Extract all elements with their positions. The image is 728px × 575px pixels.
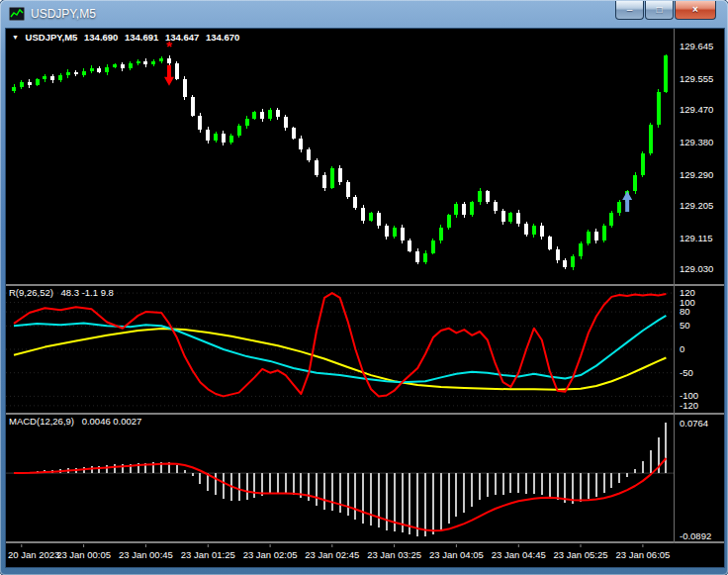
svg-text:-0.0892: -0.0892 xyxy=(680,530,711,541)
svg-text:-120: -120 xyxy=(680,400,698,411)
svg-text:23 Jan 03:25: 23 Jan 03:25 xyxy=(367,549,421,560)
svg-text:129.380: 129.380 xyxy=(680,137,713,147)
maximize-button[interactable]: □ xyxy=(645,1,674,20)
chart-background xyxy=(6,29,724,567)
chart-area: 129.645129.555129.470129.380129.290129.2… xyxy=(5,28,725,568)
svg-text:23 Jan 05:25: 23 Jan 05:25 xyxy=(554,549,608,560)
svg-text:23 Jan 04:05: 23 Jan 04:05 xyxy=(429,549,484,560)
svg-text:23 Jan 06:05: 23 Jan 06:05 xyxy=(615,549,670,560)
svg-text:50: 50 xyxy=(680,320,690,331)
sell-star-icon: * xyxy=(166,38,172,54)
panel-divider[interactable] xyxy=(6,413,724,415)
chart-canvas[interactable]: 129.645129.555129.470129.380129.290129.2… xyxy=(6,29,724,567)
svg-text:23 Jan 02:05: 23 Jan 02:05 xyxy=(243,549,298,560)
svg-text:23 Jan 04:45: 23 Jan 04:45 xyxy=(492,549,546,560)
svg-text:-50: -50 xyxy=(680,367,693,378)
window-title: USDJPY,M5 xyxy=(31,7,96,21)
svg-text:23 Jan 02:45: 23 Jan 02:45 xyxy=(305,549,359,560)
svg-text:129.290: 129.290 xyxy=(680,169,713,180)
svg-text:129.470: 129.470 xyxy=(680,104,713,115)
maximize-icon: □ xyxy=(656,5,662,15)
svg-text:23 Jan 00:45: 23 Jan 00:45 xyxy=(119,549,173,560)
svg-text:20 Jan 2023: 20 Jan 2023 xyxy=(8,549,59,560)
minimize-icon: – xyxy=(627,5,633,15)
svg-text:80: 80 xyxy=(680,306,690,317)
title-bar[interactable]: USDJPY,M5 – □ × xyxy=(0,0,728,28)
svg-text:129.205: 129.205 xyxy=(680,200,713,211)
minimize-button[interactable]: – xyxy=(615,1,644,20)
svg-text:23 Jan 01:25: 23 Jan 01:25 xyxy=(181,549,235,560)
svg-text:129.645: 129.645 xyxy=(680,41,713,51)
window-controls: – □ × xyxy=(615,1,716,20)
svg-text:0: 0 xyxy=(680,343,684,354)
panel-divider[interactable] xyxy=(6,284,724,286)
panel-divider[interactable] xyxy=(6,541,724,543)
mt4-window: USDJPY,M5 – □ × 129.645129.555129.470129… xyxy=(0,0,728,575)
svg-text:129.030: 129.030 xyxy=(680,263,713,274)
svg-text:0.0764: 0.0764 xyxy=(680,418,708,429)
svg-text:129.555: 129.555 xyxy=(680,73,713,84)
app-icon xyxy=(9,7,25,21)
close-button[interactable]: × xyxy=(675,1,716,20)
close-icon: × xyxy=(692,5,698,15)
svg-text:23 Jan 00:05: 23 Jan 00:05 xyxy=(56,549,111,560)
svg-text:129.115: 129.115 xyxy=(680,233,713,243)
